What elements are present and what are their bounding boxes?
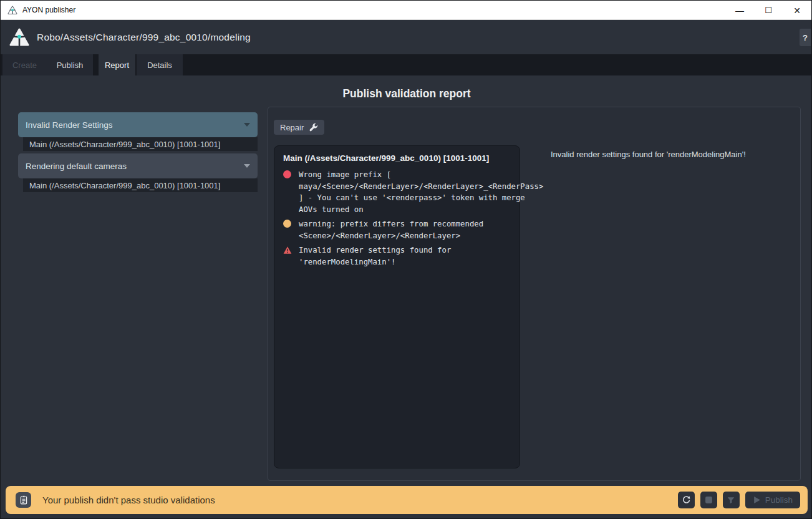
tab-publish[interactable]: Publish (47, 54, 93, 75)
warning-dot-icon (283, 220, 292, 228)
stop-icon (705, 496, 713, 504)
message-text: Invalid render settings found for 'rende… (299, 245, 511, 268)
tab-gap (93, 54, 99, 75)
tab-create[interactable]: Create (2, 54, 47, 75)
plugin-card-invalid-render-settings[interactable]: Invalid Render Settings (18, 112, 258, 137)
filter-icon (727, 496, 735, 505)
wrench-icon (309, 123, 318, 132)
chevron-down-icon (244, 164, 250, 168)
stop-button[interactable] (700, 492, 717, 508)
footer-bar: Your publish didn't pass studio validati… (6, 486, 808, 514)
clipboard-icon (19, 495, 28, 505)
refresh-button[interactable] (678, 492, 695, 508)
chevron-down-icon (244, 123, 250, 127)
error-detail-card: Main (/Assets/Character/999_abc_0010) [1… (274, 145, 520, 468)
maximize-button[interactable]: ☐ (754, 1, 783, 20)
message-row: warning: prefix differs from recommended… (283, 218, 511, 241)
tab-details[interactable]: Details (137, 54, 183, 75)
repair-button[interactable]: Repair (274, 120, 324, 135)
filter-button[interactable] (723, 492, 740, 508)
publish-button-label: Publish (765, 495, 793, 505)
plugin-card-label: Invalid Render Settings (26, 120, 244, 130)
publish-play-icon (753, 496, 761, 504)
help-button[interactable]: ? (800, 29, 811, 46)
repair-button-label: Repair (280, 123, 304, 132)
message-row: Wrong image prefix [ maya/<Scene>/<Rende… (283, 169, 511, 215)
tab-report[interactable]: Report (99, 54, 135, 75)
context-breadcrumb: Robo/Assets/Character/999_abc_0010/model… (37, 32, 251, 43)
close-button[interactable]: ✕ (783, 1, 811, 20)
instance-title: Main (/Assets/Character/999_abc_0010) [1… (283, 153, 511, 163)
window-title: AYON publisher (22, 6, 75, 14)
app-icon (7, 5, 17, 16)
minimize-button[interactable]: — (725, 1, 754, 20)
app-header: Robo/Assets/Character/999_abc_0010/model… (1, 21, 811, 54)
refresh-icon (682, 495, 691, 505)
app-window: AYON publisher — ☐ ✕ Robo/Assets/Charact… (0, 0, 812, 519)
message-row: Invalid render settings found for 'rende… (283, 245, 511, 268)
publish-button[interactable]: Publish (745, 492, 800, 508)
window-titlebar: AYON publisher — ☐ ✕ (1, 1, 811, 20)
warning-triangle-icon (283, 246, 292, 257)
message-text: warning: prefix differs from recommended… (299, 218, 511, 241)
tab-bar: Create Publish Report Details (1, 54, 811, 75)
instance-row[interactable]: Main (/Assets/Character/999_abc_0010) [1… (23, 137, 258, 151)
message-text: Wrong image prefix [ maya/<Scene>/<Rende… (299, 169, 543, 215)
error-dot-icon (283, 170, 292, 178)
footer-message: Your publish didn't pass studio validati… (42, 495, 215, 505)
plugin-card-rendering-default-cameras[interactable]: Rendering default cameras (18, 153, 258, 178)
plugin-description: Invalid render settings found for 'rende… (551, 150, 797, 159)
report-panel: Repair Main (/Assets/Character/999_abc_0… (268, 107, 801, 481)
plugin-card-label: Rendering default cameras (26, 162, 244, 171)
page-title: Publish validation report (1, 87, 812, 100)
report-details-button[interactable] (16, 492, 31, 508)
ayon-logo-icon (9, 28, 29, 47)
instance-row[interactable]: Main (/Assets/Character/999_abc_0010) [1… (23, 178, 258, 192)
